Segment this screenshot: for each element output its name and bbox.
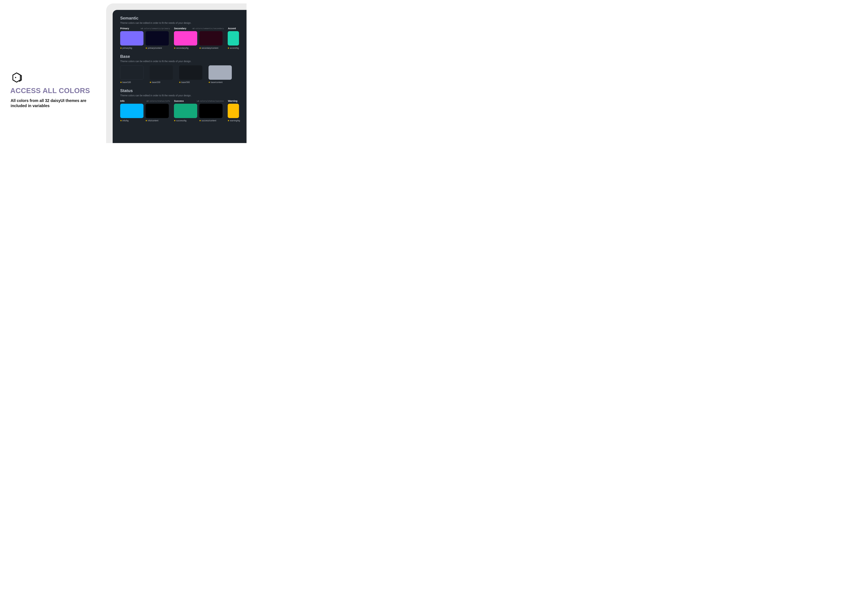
token-primary-content: ✱primary/content: [146, 47, 169, 49]
swatch-base-200[interactable]: [149, 65, 173, 80]
swatch-warning-bg[interactable]: [228, 104, 239, 118]
path-primary: ↳d-colors/semantic/primary: [140, 28, 170, 29]
path-success: ↳d-colors/status/success: [197, 100, 224, 102]
swatch-primary-bg[interactable]: [120, 31, 143, 46]
swatch-secondary-content[interactable]: [199, 31, 223, 46]
group-label-primary: Primary: [120, 27, 129, 30]
gear-icon: ✱: [149, 81, 151, 83]
gear-icon: ✱: [228, 120, 229, 122]
swatch-info-bg[interactable]: [120, 104, 143, 118]
hero-pane: ACCESS ALL COLORS All colors from all 32…: [0, 0, 106, 143]
swatch-success-content[interactable]: [199, 104, 223, 118]
token-base-100: ✱base/100: [120, 81, 143, 83]
gear-icon: ✱: [146, 120, 147, 122]
section-title-base: Base: [120, 54, 239, 59]
hero-subhead: All colors from all 32 daisyUI themes ar…: [11, 98, 93, 109]
gear-icon: ✱: [208, 81, 210, 83]
token-success-content: ✱success/content: [199, 120, 223, 122]
swatch-accent-bg[interactable]: [228, 31, 239, 46]
token-base-content: ✱base/content: [208, 81, 232, 83]
gear-icon: ✱: [174, 47, 176, 49]
gear-icon: ✱: [146, 47, 147, 49]
swatch-success-bg[interactable]: [174, 104, 197, 118]
group-label-info: Info: [120, 100, 125, 102]
gear-icon: ✱: [228, 47, 229, 49]
token-secondary-bg: ✱secondary/bg: [174, 47, 197, 49]
daisyui-logo-icon: [11, 72, 22, 83]
gear-icon: ✱: [120, 81, 122, 83]
token-base-300: ✱base/300: [179, 81, 202, 83]
path-secondary: ↳d-colors/semantic/secondary: [192, 28, 224, 29]
section-sub-status: Theme colors can be edited in order to f…: [120, 94, 239, 97]
swatch-info-content[interactable]: [146, 104, 169, 118]
swatch-primary-content[interactable]: [146, 31, 169, 46]
hero-headline: ACCESS ALL COLORS: [10, 87, 90, 95]
swatch-base-100[interactable]: [120, 65, 143, 80]
token-info-bg: ✱info/bg: [120, 120, 143, 122]
gear-icon: ✱: [120, 120, 122, 122]
gear-icon: ✱: [199, 47, 201, 49]
group-label-warning: Warning: [228, 100, 237, 102]
swatch-base-content[interactable]: [208, 65, 232, 80]
token-success-bg: ✱success/bg: [174, 120, 197, 122]
token-base-200: ✱base/200: [149, 81, 173, 83]
gear-icon: ✱: [179, 81, 181, 83]
swatch-base-300[interactable]: [179, 65, 202, 80]
section-title-semantic: Semantic: [120, 16, 239, 20]
token-secondary-content: ✱secondary/content: [199, 47, 223, 49]
showcase-frame: Semantic Theme colors can be edited in o…: [106, 3, 246, 143]
token-warning-bg: ✱warning/bg: [228, 120, 239, 122]
token-accent-bg: ✱accent/bg: [228, 47, 239, 49]
gear-icon: ✱: [120, 47, 122, 49]
section-title-status: Status: [120, 88, 239, 93]
group-label-secondary: Secondary: [174, 27, 186, 30]
path-info: ↳d-colors/status/info: [146, 100, 170, 102]
gear-icon: ✱: [174, 120, 176, 122]
section-sub-base: Theme colors can be edited in order to f…: [120, 60, 239, 63]
showcase-panel: Semantic Theme colors can be edited in o…: [112, 10, 246, 143]
swatch-secondary-bg[interactable]: [174, 31, 197, 46]
group-label-accent: Accent: [228, 27, 236, 30]
svg-point-0: [15, 77, 16, 78]
token-info-content: ✱info/content: [146, 120, 169, 122]
section-sub-semantic: Theme colors can be edited in order to f…: [120, 22, 239, 24]
group-label-success: Success: [174, 100, 184, 102]
gear-icon: ✱: [199, 120, 201, 122]
token-primary-bg: ✱primary/bg: [120, 47, 143, 49]
